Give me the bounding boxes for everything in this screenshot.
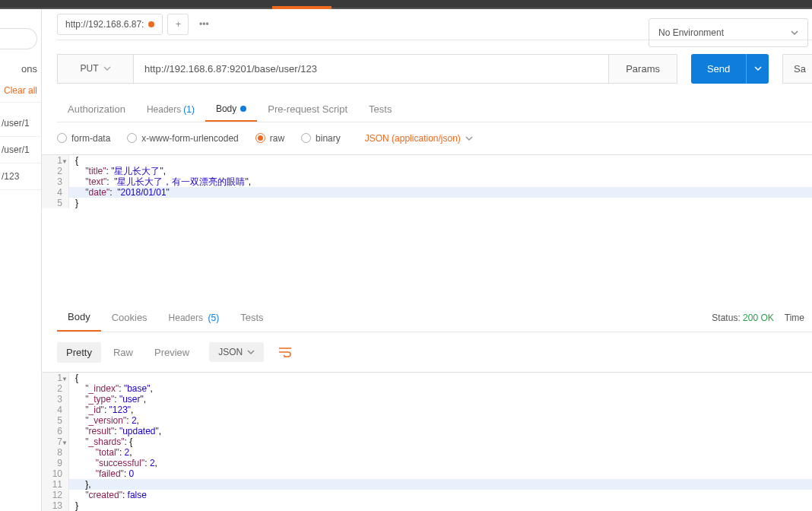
chevron-down-icon (247, 348, 255, 356)
history-item[interactable]: /user/1 (0, 110, 41, 137)
request-builder: PUT Params Send Sa (57, 54, 812, 84)
tab-authorization[interactable]: Authorization (57, 97, 136, 122)
tab-tests[interactable]: Tests (358, 97, 402, 122)
chevron-down-icon (791, 29, 798, 36)
history-item[interactable]: /123 (0, 163, 41, 190)
body-indicator-icon (240, 106, 246, 112)
headers-count: (1) (183, 104, 195, 115)
response-view-modes: Pretty Raw Preview JSON (42, 332, 812, 372)
send-button[interactable]: Send (691, 54, 746, 84)
response-body-viewer[interactable]: 1▼{ 2 "_index": "base", 3 "_type": "user… (42, 372, 812, 511)
url-input[interactable] (133, 54, 609, 84)
tab-headers[interactable]: Headers (1) (136, 97, 205, 122)
save-button[interactable]: Sa (782, 54, 812, 84)
clear-all-button[interactable]: Clear all (0, 79, 41, 103)
title-bar (0, 0, 812, 9)
resp-headers-count: (5) (208, 313, 220, 323)
sidebar-section-label: ons (0, 59, 37, 79)
wrap-icon (278, 347, 292, 357)
request-tab-label: http://192.168.6.87: (65, 19, 144, 30)
mode-pretty[interactable]: Pretty (57, 342, 101, 363)
history-item[interactable]: /user/1 (0, 137, 41, 163)
chevron-down-icon (465, 135, 473, 142)
status-code: 200 OK (743, 313, 774, 323)
tab-pre-request[interactable]: Pre-request Script (257, 97, 358, 122)
wrap-lines-button[interactable] (273, 341, 297, 363)
request-body-editor[interactable]: 1▼{ 2 "title": "星儿长大了", 3 "text": "星儿长大了… (42, 154, 812, 294)
method-label: PUT (81, 63, 99, 74)
request-section-tabs: Authorization Headers (1) Body Pre-reque… (57, 97, 812, 122)
sidebar: ons Clear all /user/1 /user/1 /123 (0, 9, 42, 511)
send-dropdown-button[interactable] (746, 54, 769, 84)
response-status: Status: 200 OK Time (712, 313, 804, 323)
radio-urlencoded[interactable]: x-www-form-urlencoded (127, 133, 238, 144)
new-tab-button[interactable]: + (167, 14, 189, 35)
environment-label: No Environment (658, 27, 724, 38)
radio-binary[interactable]: binary (301, 133, 341, 144)
tab-body[interactable]: Body (205, 97, 257, 122)
resp-tab-tests[interactable]: Tests (230, 304, 274, 331)
chevron-down-icon (754, 65, 762, 72)
mode-preview[interactable]: Preview (145, 342, 198, 363)
body-type-options: form-data x-www-form-urlencoded raw bina… (42, 122, 812, 154)
environment-selector[interactable]: No Environment (649, 18, 808, 47)
radio-form-data[interactable]: form-data (57, 133, 110, 144)
params-button[interactable]: Params (609, 54, 677, 84)
active-app-indicator (272, 6, 331, 9)
mode-raw[interactable]: Raw (104, 342, 142, 363)
resp-tab-cookies[interactable]: Cookies (101, 304, 158, 331)
response-section-tabs: Body Cookies Headers (5) Tests Status: 2… (57, 303, 812, 332)
unsaved-indicator-icon (148, 21, 154, 27)
method-selector[interactable]: PUT (57, 54, 133, 84)
chevron-down-icon (103, 65, 111, 72)
request-tab[interactable]: http://192.168.6.87: (57, 14, 163, 35)
resp-tab-headers[interactable]: Headers (5) (158, 304, 230, 331)
resp-tab-body[interactable]: Body (57, 303, 101, 332)
content-type-selector[interactable]: JSON (application/json) (365, 133, 473, 144)
tab-more-button[interactable]: ••• (193, 14, 214, 35)
radio-raw[interactable]: raw (255, 133, 284, 144)
response-format-selector[interactable]: JSON (209, 342, 264, 362)
sidebar-search[interactable] (0, 28, 37, 49)
